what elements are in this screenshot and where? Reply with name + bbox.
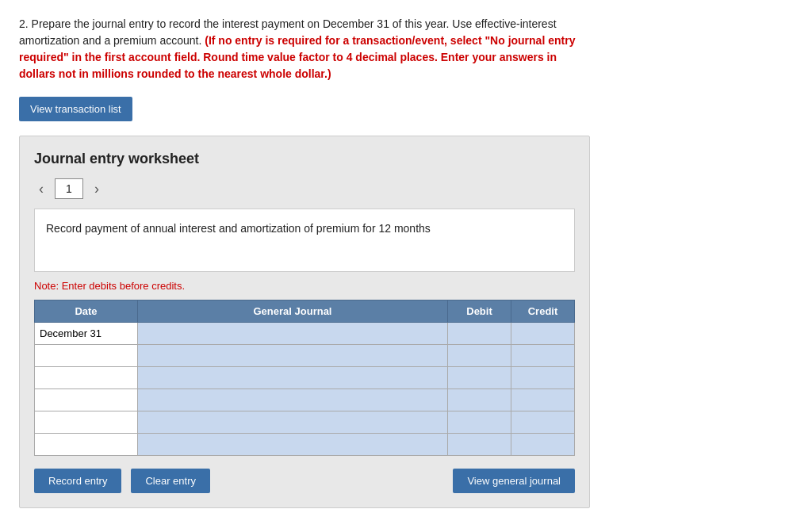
credit-column-header: Credit (511, 300, 575, 323)
date-cell (35, 323, 138, 345)
table-row (35, 345, 575, 367)
worksheet-title: Journal entry worksheet (34, 151, 575, 167)
record-entry-button[interactable]: Record entry (34, 469, 121, 493)
date-cell (35, 411, 138, 434)
date-input[interactable] (35, 411, 137, 433)
general-journal-input[interactable] (138, 323, 447, 344)
credit-cell (511, 345, 575, 367)
prev-tab-button[interactable]: ‹ (34, 179, 48, 199)
debit-input[interactable] (448, 345, 511, 366)
date-column-header: Date (35, 300, 138, 323)
journal-entry-table: Date General Journal Debit Credit (34, 300, 575, 456)
debit-cell (448, 345, 511, 367)
credit-cell (511, 323, 575, 345)
credit-input[interactable] (511, 323, 574, 344)
journal-entry-worksheet: Journal entry worksheet ‹ 1 › Record pay… (19, 136, 590, 508)
table-row (35, 367, 575, 389)
general-journal-cell (138, 323, 448, 345)
tab-navigation: ‹ 1 › (34, 178, 575, 199)
next-tab-button[interactable]: › (90, 179, 104, 199)
date-input[interactable] (35, 345, 137, 366)
left-buttons: Record entry Clear entry (34, 469, 210, 493)
debit-credit-note: Note: Enter debits before credits. (34, 280, 575, 292)
general-journal-cell (138, 389, 448, 411)
credit-cell (511, 389, 575, 411)
table-row (35, 389, 575, 411)
clear-entry-button[interactable]: Clear entry (131, 469, 210, 493)
credit-input[interactable] (511, 345, 574, 366)
table-row (35, 323, 575, 345)
debit-input[interactable] (448, 411, 511, 433)
debit-cell (448, 367, 511, 389)
credit-input[interactable] (511, 389, 574, 411)
general-journal-input[interactable] (138, 434, 447, 455)
debit-cell (448, 389, 511, 411)
credit-cell (511, 367, 575, 389)
general-journal-input[interactable] (138, 389, 447, 411)
credit-input[interactable] (511, 434, 574, 455)
date-input[interactable] (35, 323, 137, 344)
debit-column-header: Debit (448, 300, 511, 323)
action-buttons-row: Record entry Clear entry View general jo… (34, 469, 575, 493)
date-input[interactable] (35, 434, 137, 455)
instructions-block: 2. Prepare the journal entry to record t… (19, 16, 590, 82)
general-journal-input[interactable] (138, 345, 447, 366)
transaction-description: Record payment of annual interest and am… (34, 209, 575, 272)
debit-input[interactable] (448, 367, 511, 388)
tab-number: 1 (55, 178, 83, 199)
date-input[interactable] (35, 389, 137, 411)
table-row (35, 434, 575, 456)
general-journal-input[interactable] (138, 367, 447, 388)
table-row (35, 411, 575, 434)
view-general-journal-button[interactable]: View general journal (453, 469, 575, 493)
debit-cell (448, 411, 511, 434)
credit-input[interactable] (511, 367, 574, 388)
credit-cell (511, 434, 575, 456)
general-journal-cell (138, 345, 448, 367)
date-cell (35, 389, 138, 411)
debit-input[interactable] (448, 323, 511, 344)
general-journal-cell (138, 367, 448, 389)
date-cell (35, 367, 138, 389)
debit-cell (448, 434, 511, 456)
date-cell (35, 434, 138, 456)
credit-cell (511, 411, 575, 434)
general-journal-cell (138, 434, 448, 456)
view-transaction-button[interactable]: View transaction list (19, 97, 132, 121)
debit-cell (448, 323, 511, 345)
date-input[interactable] (35, 367, 137, 388)
credit-input[interactable] (511, 411, 574, 433)
general-journal-column-header: General Journal (138, 300, 448, 323)
debit-input[interactable] (448, 389, 511, 411)
general-journal-cell (138, 411, 448, 434)
date-cell (35, 345, 138, 367)
debit-input[interactable] (448, 434, 511, 455)
general-journal-input[interactable] (138, 411, 447, 433)
